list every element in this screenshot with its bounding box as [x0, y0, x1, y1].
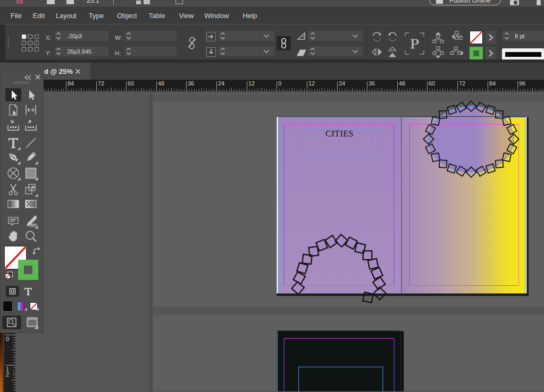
svg-text:24: 24 [218, 80, 224, 87]
svg-text:12: 12 [308, 80, 315, 87]
svg-text:CITIES: CITIES [325, 129, 354, 139]
svg-text:0: 0 [6, 336, 9, 342]
svg-text:60: 60 [128, 80, 134, 87]
svg-text:96: 96 [519, 80, 525, 87]
svg-text:72: 72 [98, 80, 104, 87]
svg-text:72: 72 [459, 80, 465, 87]
svg-text:48: 48 [399, 80, 405, 87]
svg-text:84: 84 [68, 80, 74, 87]
svg-text:48: 48 [158, 80, 164, 87]
svg-text:12: 12 [248, 80, 255, 87]
svg-text:0: 0 [278, 80, 281, 87]
svg-text:36: 36 [188, 80, 194, 87]
svg-text:36: 36 [369, 80, 375, 87]
svg-text:84: 84 [489, 80, 496, 87]
svg-text:24: 24 [339, 80, 345, 87]
svg-text:60: 60 [429, 80, 435, 87]
svg-text:2: 2 [6, 371, 9, 378]
